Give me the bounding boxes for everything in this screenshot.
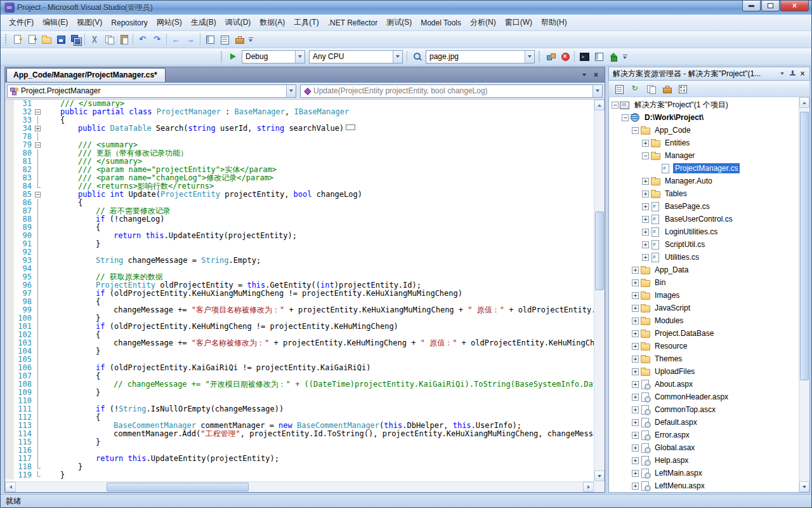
find-in-files-icon[interactable] [409,50,424,64]
code-line[interactable]: 119} [5,471,594,479]
menu-item[interactable]: 文件(F) [4,15,38,30]
expand-icon[interactable]: + [632,368,639,375]
tree-item[interactable]: +Entities [609,137,799,149]
toolbar-grip[interactable] [538,51,540,62]
code-line[interactable]: 118} [5,463,594,471]
code-line[interactable]: 89{ [5,224,594,232]
chevron-down-icon[interactable] [525,51,534,63]
code-line[interactable]: 97if (oldProjectEntity.KeHuXiangMuMingCh… [5,290,594,298]
tree-item[interactable]: +Tables [609,187,799,200]
tree-item[interactable]: +CommonHeader.aspx [609,391,799,403]
refresh-icon[interactable] [627,82,642,96]
code-line[interactable]: 78 [5,133,594,141]
code-line[interactable]: 84/// <returns>影响行数</returns> [5,182,594,190]
scrollbar-track[interactable] [594,110,605,471]
expand-icon[interactable]: + [632,279,639,286]
expand-icon[interactable]: + [632,444,639,451]
code-line[interactable]: 103changeMessage += "客户名称被修改为：" + projec… [5,339,594,347]
solution-explorer-header[interactable]: 解决方案资源管理器 - 解决方案"Project"(1... × [608,67,810,81]
expand-icon[interactable]: + [632,394,639,401]
expand-icon[interactable]: + [632,470,639,477]
code-line[interactable]: 115} [5,438,594,446]
minimize-button[interactable] [742,1,761,11]
menu-item[interactable]: 编辑(E) [38,15,72,30]
collapse-region-icon[interactable]: − [35,142,41,148]
menu-item[interactable]: 测试(S) [382,15,416,30]
redo-icon[interactable] [150,32,164,46]
code-line[interactable]: 104} [5,347,594,356]
expand-icon[interactable]: + [632,330,639,337]
code-line[interactable]: 82/// <param name="projectEntity">实体</pa… [5,166,594,174]
collapse-icon[interactable]: − [632,127,639,134]
tree-item[interactable]: −D:\Work\Project\ [609,111,799,124]
expand-icon[interactable]: + [642,254,649,261]
members-dropdown-button[interactable] [593,85,602,97]
expand-icon[interactable]: + [632,343,639,350]
tree-item[interactable]: ProjectManager.cs [609,162,799,175]
code-line[interactable]: 117return this.UpdateEntity(projectEntit… [5,455,594,463]
expand-icon[interactable]: + [642,229,649,236]
menu-item[interactable]: .NET Reflector [324,16,382,30]
collapse-icon[interactable]: − [612,102,619,109]
expand-icon[interactable]: + [642,203,649,210]
find-combo[interactable]: page.jpg [426,50,535,64]
code-line[interactable]: 109} [5,389,594,397]
menu-item[interactable]: 窗口(W) [501,15,537,30]
new-project-icon[interactable] [10,32,24,46]
tree-item[interactable]: +LeftMain.aspx [609,467,799,479]
code-line[interactable]: 92 [5,248,594,257]
code-line[interactable]: 87// 若不需要修改记录 [5,207,594,215]
tree-item[interactable]: +Global.asax [609,441,799,454]
code-line[interactable]: 113BaseCommentManager commentManager = n… [5,422,594,430]
navigate-backward-icon[interactable] [169,32,183,46]
tree-item[interactable]: +App_Data [609,264,799,276]
copy-website-icon[interactable] [643,82,658,96]
scrollbar-track[interactable] [16,482,583,492]
code-line[interactable]: 32−public partial class ProjectManager :… [5,108,594,116]
tree-item[interactable]: +ScriptUtil.cs [609,238,799,251]
toolbar-options-icon[interactable] [620,50,629,64]
tree-item[interactable]: +LeftMenu.aspx [609,479,799,492]
code-line[interactable]: 105 [5,356,594,364]
copy-icon[interactable] [102,32,116,46]
code-line[interactable]: 34+public DataTable Search(string userId… [5,124,594,133]
toolbar-grip[interactable] [4,34,7,45]
title-bar[interactable]: ∞ Project - Microsoft Visual Studio(管理员)… [1,1,811,15]
close-button[interactable]: × [780,1,809,11]
tree-item[interactable]: +Themes [609,352,799,365]
collapse-region-icon[interactable]: − [35,109,41,115]
menu-item[interactable]: 工具(T) [289,15,323,30]
auto-hide-pin-icon[interactable] [787,69,797,79]
tree-item[interactable]: −App_Code [609,124,799,137]
close-document-icon[interactable]: × [591,70,601,79]
open-file-icon[interactable] [39,32,53,46]
cut-icon[interactable] [87,32,102,46]
members-dropdown[interactable]: Update(ProjectEntity projectEntity, bool… [300,84,603,98]
immediate-window-icon[interactable] [591,50,606,64]
editor-horizontal-scrollbar[interactable] [5,481,594,492]
fold-marker[interactable]: − [34,190,43,199]
expand-icon[interactable]: + [642,216,649,223]
collapse-icon[interactable]: − [642,152,649,159]
tree-item[interactable]: +Default.aspx [609,416,799,429]
expand-icon[interactable]: + [632,292,639,299]
expand-icon[interactable]: + [632,406,639,413]
menu-item[interactable]: 帮助(H) [537,15,572,30]
error-list-icon[interactable] [558,50,572,64]
fold-marker[interactable]: + [34,124,43,133]
expand-icon[interactable]: + [642,178,649,185]
scroll-up-icon[interactable] [594,100,605,110]
code-line[interactable]: 110 [5,397,594,405]
collapse-icon[interactable]: − [622,114,629,121]
tree-item[interactable]: +Modules [609,314,799,327]
scroll-right-icon[interactable] [583,482,594,492]
code-line[interactable]: 79−/// <summary> [5,141,594,149]
toolbox-icon[interactable] [232,32,246,46]
tree-item[interactable]: +UploadFiles [609,365,799,378]
code-line[interactable]: 91} [5,240,594,248]
toolbar-grip[interactable] [220,51,223,62]
chevron-down-icon[interactable] [393,51,402,63]
menu-item[interactable]: 视图(V) [72,15,107,30]
types-dropdown[interactable]: Project.ProjectManager [7,84,296,98]
maximize-button[interactable] [761,1,780,11]
